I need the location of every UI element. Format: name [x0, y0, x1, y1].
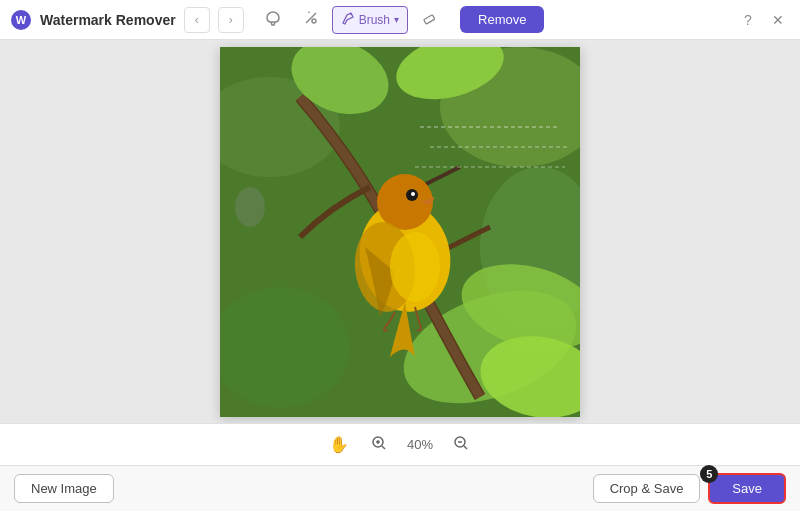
app-title: Watermark Remover	[40, 12, 176, 28]
eraser-icon	[421, 10, 437, 29]
tool-group: Brush ▾	[256, 6, 446, 34]
save-button[interactable]: Save	[708, 473, 786, 504]
footer-right: Crop & Save 5 Save	[593, 473, 786, 504]
image-container	[220, 47, 580, 417]
svg-line-28	[382, 446, 385, 449]
zoom-percentage: 40%	[407, 437, 433, 452]
zoom-out-icon	[453, 435, 469, 454]
lasso-icon	[265, 10, 281, 29]
brush-dropdown-icon: ▾	[394, 14, 399, 25]
forward-icon: ›	[229, 13, 233, 27]
magic-icon	[303, 10, 319, 29]
window-controls: ? ✕	[736, 8, 790, 32]
zoom-out-button[interactable]	[449, 433, 473, 457]
remove-button[interactable]: Remove	[460, 6, 544, 33]
svg-text:W: W	[16, 14, 27, 26]
help-button[interactable]: ?	[736, 8, 760, 32]
lasso-tool-button[interactable]	[256, 6, 290, 34]
crop-save-button[interactable]: Crop & Save	[593, 474, 701, 503]
svg-point-2	[312, 19, 316, 23]
footer: New Image Crop & Save 5 Save	[0, 465, 800, 511]
magic-tool-button[interactable]	[294, 6, 328, 34]
title-bar: W Watermark Remover ‹ ›	[0, 0, 800, 40]
brush-tool-button[interactable]: Brush ▾	[332, 6, 408, 34]
hand-icon: ✋	[329, 435, 349, 454]
eraser-tool-button[interactable]	[412, 6, 446, 34]
pan-tool-button[interactable]: ✋	[327, 433, 351, 457]
save-button-wrapper: 5 Save	[708, 473, 786, 504]
brush-icon	[341, 11, 355, 28]
back-button[interactable]: ‹	[184, 7, 210, 33]
back-icon: ‹	[195, 13, 199, 27]
svg-point-24	[235, 187, 265, 227]
zoom-in-icon	[371, 435, 387, 454]
zoom-in-button[interactable]	[367, 433, 391, 457]
svg-point-19	[411, 192, 415, 196]
svg-point-20	[390, 232, 440, 302]
zoom-toolbar: ✋ 40%	[0, 423, 800, 465]
bird-image	[220, 47, 580, 417]
close-button[interactable]: ✕	[766, 8, 790, 32]
canvas-area	[0, 40, 800, 423]
app-logo: W	[10, 9, 32, 31]
brush-label: Brush	[359, 13, 390, 27]
svg-point-3	[350, 13, 352, 15]
forward-button[interactable]: ›	[218, 7, 244, 33]
svg-rect-4	[424, 15, 435, 24]
svg-line-31	[464, 446, 467, 449]
new-image-button[interactable]: New Image	[14, 474, 114, 503]
